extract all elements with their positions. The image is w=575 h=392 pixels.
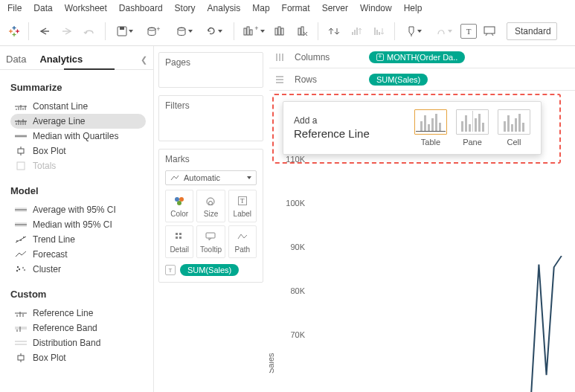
tab-analytics[interactable]: Analytics (39, 54, 83, 69)
columns-label: Columns (295, 52, 362, 62)
group-button[interactable] (431, 22, 457, 41)
menu-worksheet[interactable]: Worksheet (65, 3, 107, 13)
pill-month-order-date[interactable]: +MONTH(Order Da.. (369, 51, 465, 63)
svg-rect-84 (179, 237, 182, 239)
analytics-med-95ci[interactable]: Median with 95% CI (10, 217, 146, 232)
menu-map[interactable]: Map (252, 3, 269, 13)
undo-button[interactable] (35, 22, 54, 41)
svg-rect-85 (206, 233, 215, 238)
popup-line2: Reference Line (294, 126, 370, 141)
menu-server[interactable]: Server (322, 3, 348, 13)
menu-file[interactable]: File (7, 3, 22, 13)
analytics-totals: Totals (10, 158, 146, 173)
menu-story[interactable]: Story (175, 3, 196, 13)
label-indicator-icon[interactable]: T (165, 265, 176, 275)
tooltip-icon (205, 231, 216, 242)
tab-data[interactable]: Data (6, 54, 26, 69)
swap-rows-columns-button[interactable] (324, 22, 344, 41)
marks-label: Marks (159, 150, 263, 169)
analytics-item-label: Reference Line (33, 308, 93, 318)
svg-rect-21 (301, 27, 303, 35)
marks-cell-label: Detail (170, 245, 189, 254)
duplicate-sheet-button[interactable] (270, 22, 289, 41)
analytics-item-label: Median with Quartiles (33, 131, 118, 141)
new-worksheet-button[interactable]: + (240, 22, 267, 41)
marks-color[interactable]: Color (165, 190, 193, 222)
avg-ci-icon (15, 205, 27, 214)
marks-path[interactable]: Path (228, 225, 257, 258)
marks-tooltip[interactable]: Tooltip (196, 225, 225, 258)
analytics-box-plot-custom[interactable]: Box Plot (10, 350, 146, 365)
reference-band-icon (15, 324, 27, 332)
rows-shelf[interactable]: Rows SUM(Sales) (269, 68, 575, 91)
marks-label[interactable]: TLabel (228, 190, 257, 222)
presentation-mode-button[interactable] (480, 22, 499, 41)
chart-plot (312, 165, 569, 392)
analytics-trend-line[interactable]: Trend Line (10, 232, 146, 247)
analytics-item-label: Median with 95% CI (33, 219, 112, 230)
sort-desc-button[interactable] (369, 22, 388, 41)
marks-cell-label: Tooltip (200, 245, 222, 254)
columns-shelf[interactable]: Columns +MONTH(Order Da.. (269, 46, 575, 68)
menu-format[interactable]: Format (282, 3, 310, 13)
rows-label: Rows (295, 74, 362, 85)
pill-sum-sales[interactable]: SUM(Sales) (180, 264, 239, 276)
drop-target-table[interactable]: Table (414, 109, 447, 147)
marks-size[interactable]: Size (196, 190, 225, 222)
menu-analysis[interactable]: Analysis (208, 3, 241, 13)
analytics-forecast[interactable]: Forecast (10, 247, 146, 262)
chevron-down-icon (247, 176, 251, 179)
new-datasource-button[interactable]: + (141, 22, 168, 41)
analytics-item-label: Constant Line (33, 101, 88, 112)
menu-data[interactable]: Data (33, 3, 52, 13)
redo-button[interactable] (57, 22, 77, 41)
clear-sheet-button[interactable] (292, 22, 312, 41)
marks-detail[interactable]: Detail (165, 225, 193, 258)
analytics-box-plot[interactable]: Box Plot (10, 144, 146, 158)
svg-rect-20 (298, 28, 301, 35)
analytics-cluster[interactable]: Cluster (10, 262, 146, 277)
analytics-average-line[interactable]: Average Line (10, 114, 146, 129)
svg-rect-68 (15, 327, 27, 330)
menu-dashboard[interactable]: Dashboard (119, 3, 163, 13)
pill-text: MONTH(Order Da.. (387, 53, 457, 62)
svg-rect-48 (18, 149, 24, 153)
filters-shelf[interactable]: Filters (158, 95, 263, 141)
analytics-median-quartiles[interactable]: Median with Quartiles (10, 129, 146, 144)
popup-line1: Add a (294, 115, 370, 126)
svg-rect-18 (278, 27, 280, 35)
drop-target-cell[interactable]: Cell (498, 109, 530, 147)
show-mark-labels-button[interactable]: T (460, 24, 477, 39)
svg-rect-24 (352, 32, 353, 35)
drop-target-pane[interactable]: Pane (456, 109, 489, 147)
fit-select[interactable]: Standard (507, 22, 557, 40)
mark-type-select[interactable]: Automatic (165, 170, 257, 185)
sort-asc-button[interactable] (347, 22, 366, 41)
collapse-sidebar-icon[interactable]: ❮ (141, 55, 147, 69)
svg-rect-11 (120, 27, 124, 30)
save-button[interactable] (112, 22, 138, 41)
median-ci-icon (15, 220, 27, 229)
pill-sum-sales-rows[interactable]: SUM(Sales) (369, 74, 428, 86)
menu-help[interactable]: Help (404, 3, 423, 13)
analytics-ref-band[interactable]: Reference Band (10, 321, 146, 335)
svg-rect-73 (18, 356, 24, 360)
pages-shelf[interactable]: Pages (158, 52, 263, 88)
revert-button[interactable] (80, 22, 99, 41)
tableau-logo-icon[interactable] (6, 23, 22, 39)
analytics-ref-line[interactable]: Reference Line (10, 306, 146, 321)
menu-window[interactable]: Window (360, 3, 392, 13)
pause-auto-updates-button[interactable] (171, 22, 198, 41)
drop-target-label: Pane (463, 138, 482, 147)
analytics-constant-line[interactable]: Constant Line (10, 99, 146, 114)
analytics-item-label: Forecast (33, 249, 68, 260)
svg-rect-72 (15, 344, 27, 345)
viz-area[interactable]: Add a Reference Line Table Pane Cell (269, 91, 575, 392)
highlight-button[interactable] (401, 22, 428, 41)
y-tick: 80K (290, 286, 305, 295)
analytics-dist-band[interactable]: Distribution Band (10, 335, 146, 350)
refresh-button[interactable] (201, 22, 228, 41)
analytics-avg-95ci[interactable]: Average with 95% CI (10, 202, 146, 217)
y-axis: 110K 100K 90K 80K 70K (277, 158, 305, 392)
svg-point-77 (179, 197, 184, 202)
